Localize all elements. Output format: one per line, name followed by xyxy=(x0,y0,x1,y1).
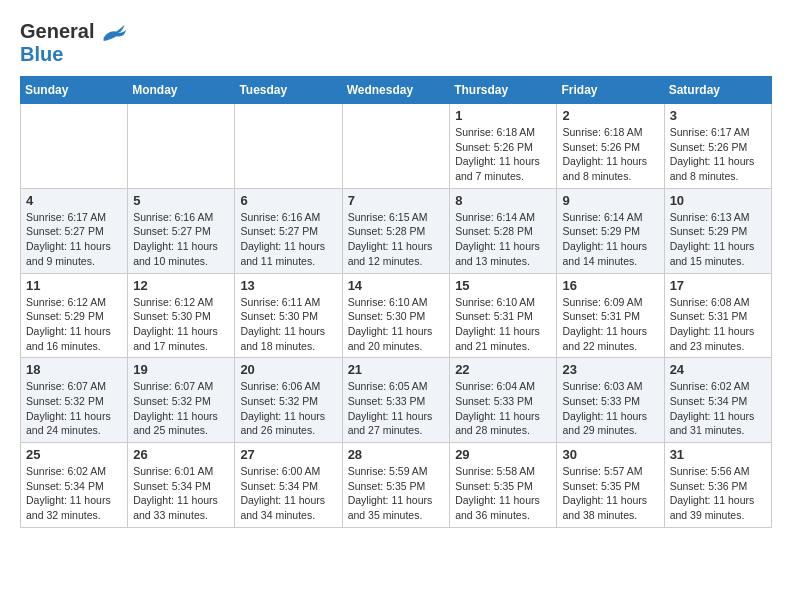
calendar-cell: 11Sunrise: 6:12 AM Sunset: 5:29 PM Dayli… xyxy=(21,273,128,358)
calendar-cell xyxy=(21,104,128,189)
calendar-cell: 18Sunrise: 6:07 AM Sunset: 5:32 PM Dayli… xyxy=(21,358,128,443)
day-info: Sunrise: 6:16 AM Sunset: 5:27 PM Dayligh… xyxy=(133,210,229,269)
day-number: 18 xyxy=(26,362,122,377)
day-info: Sunrise: 6:11 AM Sunset: 5:30 PM Dayligh… xyxy=(240,295,336,354)
day-number: 1 xyxy=(455,108,551,123)
calendar-cell xyxy=(342,104,450,189)
calendar-cell: 28Sunrise: 5:59 AM Sunset: 5:35 PM Dayli… xyxy=(342,443,450,528)
logo: General Blue xyxy=(20,20,126,66)
day-info: Sunrise: 6:10 AM Sunset: 5:30 PM Dayligh… xyxy=(348,295,445,354)
day-number: 17 xyxy=(670,278,766,293)
day-number: 9 xyxy=(562,193,658,208)
day-info: Sunrise: 6:12 AM Sunset: 5:30 PM Dayligh… xyxy=(133,295,229,354)
day-info: Sunrise: 5:58 AM Sunset: 5:35 PM Dayligh… xyxy=(455,464,551,523)
calendar-cell: 8Sunrise: 6:14 AM Sunset: 5:28 PM Daylig… xyxy=(450,188,557,273)
calendar-cell: 25Sunrise: 6:02 AM Sunset: 5:34 PM Dayli… xyxy=(21,443,128,528)
calendar-cell: 5Sunrise: 6:16 AM Sunset: 5:27 PM Daylig… xyxy=(128,188,235,273)
day-info: Sunrise: 6:07 AM Sunset: 5:32 PM Dayligh… xyxy=(133,379,229,438)
calendar-cell: 23Sunrise: 6:03 AM Sunset: 5:33 PM Dayli… xyxy=(557,358,664,443)
day-info: Sunrise: 6:06 AM Sunset: 5:32 PM Dayligh… xyxy=(240,379,336,438)
calendar-week-row: 25Sunrise: 6:02 AM Sunset: 5:34 PM Dayli… xyxy=(21,443,772,528)
day-info: Sunrise: 6:08 AM Sunset: 5:31 PM Dayligh… xyxy=(670,295,766,354)
day-info: Sunrise: 6:18 AM Sunset: 5:26 PM Dayligh… xyxy=(455,125,551,184)
column-header-wednesday: Wednesday xyxy=(342,77,450,104)
calendar-cell xyxy=(128,104,235,189)
column-header-thursday: Thursday xyxy=(450,77,557,104)
day-number: 27 xyxy=(240,447,336,462)
day-number: 5 xyxy=(133,193,229,208)
day-info: Sunrise: 6:15 AM Sunset: 5:28 PM Dayligh… xyxy=(348,210,445,269)
day-number: 2 xyxy=(562,108,658,123)
calendar-cell: 29Sunrise: 5:58 AM Sunset: 5:35 PM Dayli… xyxy=(450,443,557,528)
day-info: Sunrise: 6:03 AM Sunset: 5:33 PM Dayligh… xyxy=(562,379,658,438)
calendar-cell: 15Sunrise: 6:10 AM Sunset: 5:31 PM Dayli… xyxy=(450,273,557,358)
calendar-cell: 10Sunrise: 6:13 AM Sunset: 5:29 PM Dayli… xyxy=(664,188,771,273)
day-info: Sunrise: 6:01 AM Sunset: 5:34 PM Dayligh… xyxy=(133,464,229,523)
day-number: 13 xyxy=(240,278,336,293)
day-info: Sunrise: 6:17 AM Sunset: 5:27 PM Dayligh… xyxy=(26,210,122,269)
day-number: 12 xyxy=(133,278,229,293)
day-number: 6 xyxy=(240,193,336,208)
day-info: Sunrise: 6:14 AM Sunset: 5:29 PM Dayligh… xyxy=(562,210,658,269)
day-info: Sunrise: 6:00 AM Sunset: 5:34 PM Dayligh… xyxy=(240,464,336,523)
day-info: Sunrise: 6:05 AM Sunset: 5:33 PM Dayligh… xyxy=(348,379,445,438)
day-number: 7 xyxy=(348,193,445,208)
day-number: 16 xyxy=(562,278,658,293)
day-info: Sunrise: 6:16 AM Sunset: 5:27 PM Dayligh… xyxy=(240,210,336,269)
calendar-week-row: 4Sunrise: 6:17 AM Sunset: 5:27 PM Daylig… xyxy=(21,188,772,273)
logo-bird-icon xyxy=(102,23,126,43)
day-info: Sunrise: 5:59 AM Sunset: 5:35 PM Dayligh… xyxy=(348,464,445,523)
calendar-cell: 31Sunrise: 5:56 AM Sunset: 5:36 PM Dayli… xyxy=(664,443,771,528)
calendar-week-row: 18Sunrise: 6:07 AM Sunset: 5:32 PM Dayli… xyxy=(21,358,772,443)
day-number: 20 xyxy=(240,362,336,377)
calendar-cell: 17Sunrise: 6:08 AM Sunset: 5:31 PM Dayli… xyxy=(664,273,771,358)
day-info: Sunrise: 6:02 AM Sunset: 5:34 PM Dayligh… xyxy=(26,464,122,523)
calendar-cell: 7Sunrise: 6:15 AM Sunset: 5:28 PM Daylig… xyxy=(342,188,450,273)
day-number: 11 xyxy=(26,278,122,293)
calendar-week-row: 1Sunrise: 6:18 AM Sunset: 5:26 PM Daylig… xyxy=(21,104,772,189)
day-number: 22 xyxy=(455,362,551,377)
day-number: 14 xyxy=(348,278,445,293)
calendar-cell: 20Sunrise: 6:06 AM Sunset: 5:32 PM Dayli… xyxy=(235,358,342,443)
calendar-cell: 16Sunrise: 6:09 AM Sunset: 5:31 PM Dayli… xyxy=(557,273,664,358)
day-info: Sunrise: 6:10 AM Sunset: 5:31 PM Dayligh… xyxy=(455,295,551,354)
calendar-cell: 14Sunrise: 6:10 AM Sunset: 5:30 PM Dayli… xyxy=(342,273,450,358)
column-header-tuesday: Tuesday xyxy=(235,77,342,104)
day-info: Sunrise: 6:07 AM Sunset: 5:32 PM Dayligh… xyxy=(26,379,122,438)
day-info: Sunrise: 6:09 AM Sunset: 5:31 PM Dayligh… xyxy=(562,295,658,354)
day-info: Sunrise: 6:04 AM Sunset: 5:33 PM Dayligh… xyxy=(455,379,551,438)
calendar-header-row: SundayMondayTuesdayWednesdayThursdayFrid… xyxy=(21,77,772,104)
calendar-cell: 27Sunrise: 6:00 AM Sunset: 5:34 PM Dayli… xyxy=(235,443,342,528)
day-number: 29 xyxy=(455,447,551,462)
calendar-cell: 4Sunrise: 6:17 AM Sunset: 5:27 PM Daylig… xyxy=(21,188,128,273)
day-number: 8 xyxy=(455,193,551,208)
column-header-sunday: Sunday xyxy=(21,77,128,104)
calendar-cell: 13Sunrise: 6:11 AM Sunset: 5:30 PM Dayli… xyxy=(235,273,342,358)
calendar-cell: 24Sunrise: 6:02 AM Sunset: 5:34 PM Dayli… xyxy=(664,358,771,443)
day-number: 3 xyxy=(670,108,766,123)
calendar-cell: 2Sunrise: 6:18 AM Sunset: 5:26 PM Daylig… xyxy=(557,104,664,189)
column-header-saturday: Saturday xyxy=(664,77,771,104)
day-number: 15 xyxy=(455,278,551,293)
calendar-cell: 30Sunrise: 5:57 AM Sunset: 5:35 PM Dayli… xyxy=(557,443,664,528)
day-info: Sunrise: 6:12 AM Sunset: 5:29 PM Dayligh… xyxy=(26,295,122,354)
column-header-monday: Monday xyxy=(128,77,235,104)
day-number: 19 xyxy=(133,362,229,377)
calendar-cell: 21Sunrise: 6:05 AM Sunset: 5:33 PM Dayli… xyxy=(342,358,450,443)
day-info: Sunrise: 5:57 AM Sunset: 5:35 PM Dayligh… xyxy=(562,464,658,523)
calendar-week-row: 11Sunrise: 6:12 AM Sunset: 5:29 PM Dayli… xyxy=(21,273,772,358)
calendar-cell: 9Sunrise: 6:14 AM Sunset: 5:29 PM Daylig… xyxy=(557,188,664,273)
calendar-cell: 6Sunrise: 6:16 AM Sunset: 5:27 PM Daylig… xyxy=(235,188,342,273)
calendar-cell: 22Sunrise: 6:04 AM Sunset: 5:33 PM Dayli… xyxy=(450,358,557,443)
calendar-cell: 1Sunrise: 6:18 AM Sunset: 5:26 PM Daylig… xyxy=(450,104,557,189)
calendar-cell: 19Sunrise: 6:07 AM Sunset: 5:32 PM Dayli… xyxy=(128,358,235,443)
day-number: 21 xyxy=(348,362,445,377)
calendar-table: SundayMondayTuesdayWednesdayThursdayFrid… xyxy=(20,76,772,528)
day-number: 30 xyxy=(562,447,658,462)
calendar-cell xyxy=(235,104,342,189)
calendar-cell: 26Sunrise: 6:01 AM Sunset: 5:34 PM Dayli… xyxy=(128,443,235,528)
day-info: Sunrise: 6:13 AM Sunset: 5:29 PM Dayligh… xyxy=(670,210,766,269)
logo-blue-text: Blue xyxy=(20,43,63,65)
day-number: 28 xyxy=(348,447,445,462)
day-number: 31 xyxy=(670,447,766,462)
